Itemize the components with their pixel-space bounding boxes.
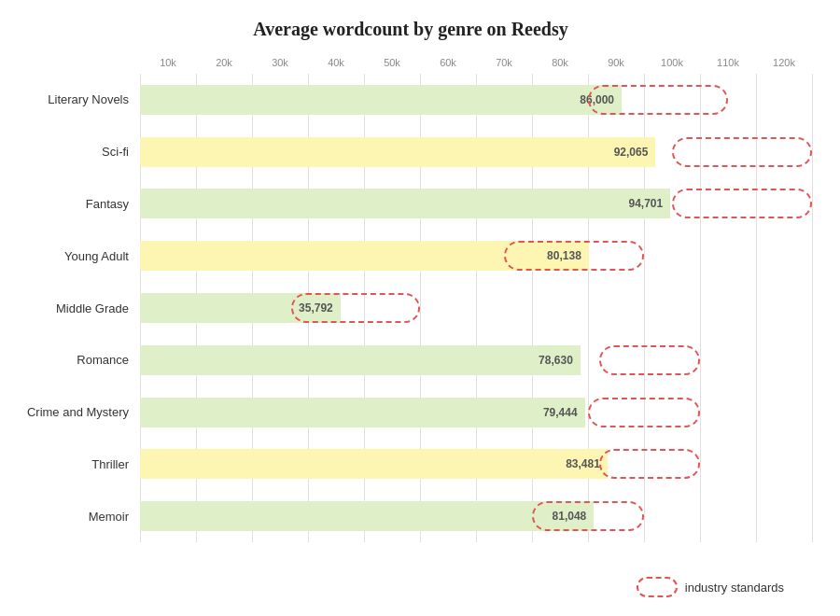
bar-row: Thriller83,481	[9, 438, 812, 490]
legend-label: industry standards	[685, 581, 784, 595]
genre-label-5: Romance	[9, 353, 140, 367]
legend: industry standards	[637, 577, 784, 597]
bar-value-4: 35,792	[299, 301, 333, 315]
bar-wrapper-5: 78,630	[140, 345, 812, 375]
x-label-110k: 110k	[700, 57, 756, 68]
bar-fill-1: 92,065	[140, 137, 655, 167]
industry-box-1	[672, 137, 812, 167]
bar-wrapper-8: 81,048	[140, 501, 812, 531]
bar-wrapper-6: 79,444	[140, 398, 812, 427]
bar-row: Middle Grade35,792	[9, 282, 812, 334]
industry-box-7	[599, 449, 700, 479]
legend-industry-box	[637, 577, 678, 597]
bar-value-1: 92,065	[614, 146, 649, 159]
bar-fill-7: 83,481	[140, 449, 608, 479]
bar-fill-5: 78,630	[140, 345, 581, 375]
bar-track-7: 83,481	[140, 438, 812, 490]
chart-title: Average wordcount by genre on Reedsy	[9, 19, 812, 40]
industry-box-2	[672, 189, 812, 218]
x-axis: 10k20k30k40k50k60k70k80k90k100k110k120k	[140, 57, 812, 68]
bar-fill-2: 94,701	[140, 189, 670, 218]
x-label-20k: 20k	[196, 57, 252, 68]
bar-wrapper-4: 35,792	[140, 293, 812, 323]
x-label-100k: 100k	[644, 57, 700, 68]
genre-label-1: Sci-fi	[9, 145, 140, 159]
bar-track-8: 81,048	[140, 490, 812, 542]
genre-label-4: Middle Grade	[9, 301, 140, 315]
genre-label-3: Young Adult	[9, 249, 140, 263]
bar-value-7: 83,481	[566, 457, 600, 470]
chart-area: 10k20k30k40k50k60k70k80k90k100k110k120k …	[9, 57, 812, 542]
bar-value-5: 78,630	[539, 354, 573, 367]
bar-track-4: 35,792	[140, 282, 812, 334]
bar-row: Young Adult80,138	[9, 230, 812, 282]
bar-track-5: 78,630	[140, 334, 812, 386]
bar-track-1: 92,065	[140, 126, 812, 178]
x-label-120k: 120k	[756, 57, 812, 68]
bar-row: Crime and Mystery79,444	[9, 386, 812, 439]
genre-label-2: Fantasy	[9, 197, 140, 211]
bar-value-8: 81,048	[553, 510, 587, 523]
bar-row: Fantasy94,701	[9, 178, 812, 231]
x-label-40k: 40k	[308, 57, 364, 68]
bar-track-0: 86,000	[140, 74, 812, 126]
bar-wrapper-1: 92,065	[140, 137, 812, 167]
bar-row: Sci-fi92,065	[9, 126, 812, 178]
genre-label-7: Thriller	[9, 457, 140, 471]
bars-section: Literary Novels86,000Sci-fi92,065Fantasy…	[9, 74, 812, 542]
bar-value-6: 79,444	[543, 406, 578, 419]
bar-wrapper-2: 94,701	[140, 189, 812, 218]
x-label-10k: 10k	[140, 57, 196, 68]
bar-row: Literary Novels86,000	[9, 74, 812, 126]
bar-wrapper-0: 86,000	[140, 85, 812, 115]
bar-fill-3: 80,138	[140, 241, 589, 271]
genre-label-8: Memoir	[9, 510, 140, 524]
x-label-80k: 80k	[532, 57, 588, 68]
industry-box-5	[599, 345, 700, 375]
bar-track-2: 94,701	[140, 178, 812, 231]
industry-box-6	[588, 398, 700, 427]
genre-label-0: Literary Novels	[9, 92, 140, 106]
x-label-60k: 60k	[420, 57, 476, 68]
bar-track-3: 80,138	[140, 230, 812, 282]
x-label-90k: 90k	[588, 57, 644, 68]
x-label-30k: 30k	[252, 57, 308, 68]
x-label-50k: 50k	[364, 57, 420, 68]
chart-container: Average wordcount by genre on Reedsy 10k…	[0, 0, 840, 616]
bar-fill-4: 35,792	[140, 293, 341, 323]
bar-wrapper-3: 80,138	[140, 241, 812, 271]
bar-row: Romance78,630	[9, 334, 812, 386]
genre-label-6: Crime and Mystery	[9, 405, 140, 419]
bar-track-6: 79,444	[140, 386, 812, 439]
bar-wrapper-7: 83,481	[140, 449, 812, 479]
bar-value-2: 94,701	[629, 197, 664, 210]
bar-value-0: 86,000	[580, 93, 614, 106]
bar-fill-8: 81,048	[140, 501, 594, 531]
bar-value-3: 80,138	[547, 249, 581, 262]
bar-fill-0: 86,000	[140, 85, 622, 115]
bar-row: Memoir81,048	[9, 490, 812, 542]
bar-fill-6: 79,444	[140, 398, 585, 427]
x-label-70k: 70k	[476, 57, 532, 68]
